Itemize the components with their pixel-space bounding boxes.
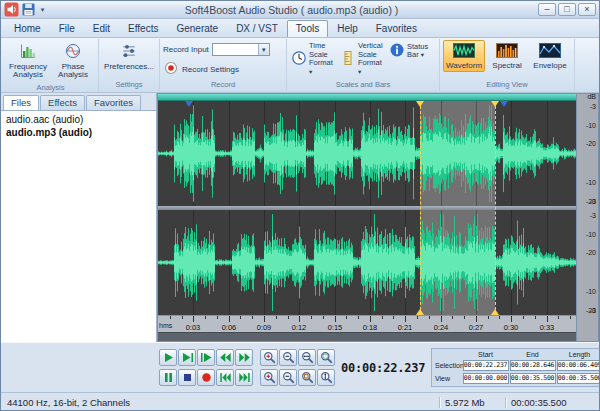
status-file-size: 5.972 Mb — [439, 397, 505, 408]
selection-start-marker[interactable] — [416, 101, 424, 107]
panel-tab-favorites[interactable]: Favorites — [86, 95, 141, 110]
selection-boundary-line — [495, 101, 496, 315]
view-end-field[interactable]: 00:00:35.500 — [510, 373, 556, 384]
envelope-view-button[interactable]: Envelope — [529, 40, 571, 72]
cue-marker-2[interactable] — [500, 101, 508, 107]
quick-access-dropdown-icon[interactable]: ▾ — [38, 6, 47, 14]
tab-edit[interactable]: Edit — [84, 20, 119, 37]
scrollbar-strip[interactable] — [158, 332, 576, 341]
maximize-button[interactable]: □ — [558, 3, 576, 16]
record-input-combobox[interactable]: ▾ — [212, 43, 270, 56]
zoom-all-button[interactable] — [317, 369, 335, 386]
ruler-tick — [488, 316, 489, 319]
record-input-dropdown-icon[interactable]: ▾ — [258, 44, 269, 55]
status-total-length: 00:00:35.500 — [505, 397, 599, 408]
group-caption-scales: Scales and Bars — [290, 79, 436, 91]
cue-marker-1[interactable] — [185, 101, 193, 107]
ruler-tick — [464, 316, 465, 319]
record-settings-button[interactable]: Record Settings — [163, 60, 283, 78]
zoom-in-button[interactable] — [260, 349, 278, 366]
selection-view-panel: Start End Length Selection 00:00:22.237 … — [431, 348, 600, 387]
time-scale-format-button[interactable]: Time Scale Format ▾ — [290, 40, 338, 79]
spectral-view-icon — [496, 43, 518, 61]
play-button[interactable] — [159, 349, 177, 366]
play-selection-button[interactable] — [197, 349, 215, 366]
ribbon-group-editing-view: Waveform Spectral Envelope Editing View — [440, 39, 575, 91]
ribbon-group-scales: Time Scale Format ▾ Vertical Scale Forma… — [287, 39, 440, 91]
selection-end-marker[interactable] — [491, 101, 499, 107]
transport-row-2 — [159, 369, 335, 386]
file-item-audio-mp3[interactable]: audio.mp3 (audio) — [1, 126, 156, 139]
minimize-button[interactable]: – — [538, 3, 556, 16]
ruler-label: 0:15 — [325, 323, 345, 332]
vertical-scale-format-button[interactable]: Vertical Scale Format ▾ — [339, 40, 387, 79]
rewind-button[interactable] — [216, 349, 234, 366]
tab-favorites[interactable]: Favorites — [367, 20, 426, 37]
time-ruler[interactable]: hms0:030:060:090:120:150:180:210:240:270… — [158, 315, 576, 332]
tab-generate[interactable]: Generate — [167, 20, 227, 37]
ruler-tick — [299, 316, 300, 322]
ruler-tick — [547, 316, 548, 322]
pause-button[interactable] — [159, 369, 177, 386]
save-icon[interactable] — [21, 3, 36, 17]
record-button[interactable] — [197, 369, 215, 386]
ruler-tick — [217, 316, 218, 319]
zoom-full-button[interactable] — [317, 349, 335, 366]
ruler-tick — [535, 316, 536, 319]
frequency-analysis-label: Frequency Analysis — [8, 63, 48, 80]
ruler-tick — [429, 316, 430, 319]
phase-analysis-button[interactable]: Phase Analysis — [51, 40, 95, 82]
tab-dx-vst[interactable]: DX / VST — [227, 20, 287, 37]
view-start-field[interactable]: 00:00:00.000 — [463, 373, 509, 384]
zoom-in-vertical-button[interactable] — [260, 369, 278, 386]
overview-strip[interactable] — [158, 94, 576, 101]
spectral-view-label: Spectral — [492, 62, 521, 71]
ruler-tick — [311, 316, 312, 319]
play-file-button[interactable] — [178, 349, 196, 366]
phase-analysis-label: Phase Analysis — [53, 63, 93, 80]
panel-tab-files[interactable]: Files — [3, 95, 39, 110]
tab-tools[interactable]: Tools — [287, 20, 328, 37]
time-scale-icon — [291, 50, 307, 69]
selection-length-field[interactable]: 00:00:06.409 — [557, 360, 600, 371]
zoom-out-vertical-button[interactable] — [279, 369, 297, 386]
db-label: -3 — [590, 307, 596, 314]
panel-tab-effects[interactable]: Effects — [40, 95, 85, 110]
status-bar-button[interactable]: Status Bar ▾ — [388, 40, 436, 63]
db-label: -3 — [590, 103, 596, 110]
record-input-value — [213, 44, 258, 55]
envelope-view-label: Envelope — [533, 62, 566, 71]
forward-button[interactable] — [235, 349, 253, 366]
time-display: 00:00:22.237 — [341, 361, 423, 375]
close-button[interactable]: × — [578, 3, 596, 16]
selection-start-field[interactable]: 00:00:22.237 — [463, 360, 509, 371]
view-length-field[interactable]: 00:00:35.500 — [557, 373, 600, 384]
selection-end-field[interactable]: 00:00:28.646 — [510, 360, 556, 371]
tab-help[interactable]: Help — [328, 20, 367, 37]
waveform-view-button[interactable]: Waveform — [443, 40, 485, 72]
stop-button[interactable] — [178, 369, 196, 386]
ruler-label: 0:06 — [219, 323, 239, 332]
phase-analysis-icon — [65, 43, 81, 62]
zoom-out-button[interactable] — [279, 349, 297, 366]
zoom-horizontal-button[interactable] — [298, 349, 316, 366]
file-item-audio-aac[interactable]: audio.aac (audio) — [1, 113, 156, 126]
zoom-selection-button[interactable] — [298, 369, 316, 386]
spectral-view-button[interactable]: Spectral — [486, 40, 528, 72]
tab-effects[interactable]: Effects — [119, 20, 167, 37]
app-window: ▾ Soft4Boost Audio Studio ( audio.mp3 (a… — [0, 0, 600, 411]
ruler-tick — [323, 316, 324, 319]
frequency-analysis-button[interactable]: Frequency Analysis — [6, 40, 50, 82]
window-title: Soft4Boost Audio Studio ( audio.mp3 (aud… — [47, 4, 536, 16]
ruler-tick — [240, 316, 241, 319]
go-start-button[interactable] — [216, 369, 234, 386]
selection-boundary-line — [420, 101, 421, 315]
waveform-channel-left[interactable] — [158, 101, 576, 206]
waveform-channel-right[interactable] — [158, 210, 576, 315]
title-bar: ▾ Soft4Boost Audio Studio ( audio.mp3 (a… — [1, 1, 599, 19]
go-end-button[interactable] — [235, 369, 253, 386]
db-label: -20 — [586, 140, 596, 147]
preferences-button[interactable]: Preferences... — [102, 40, 156, 73]
tab-home[interactable]: Home — [5, 20, 50, 37]
tab-file[interactable]: File — [50, 20, 84, 37]
